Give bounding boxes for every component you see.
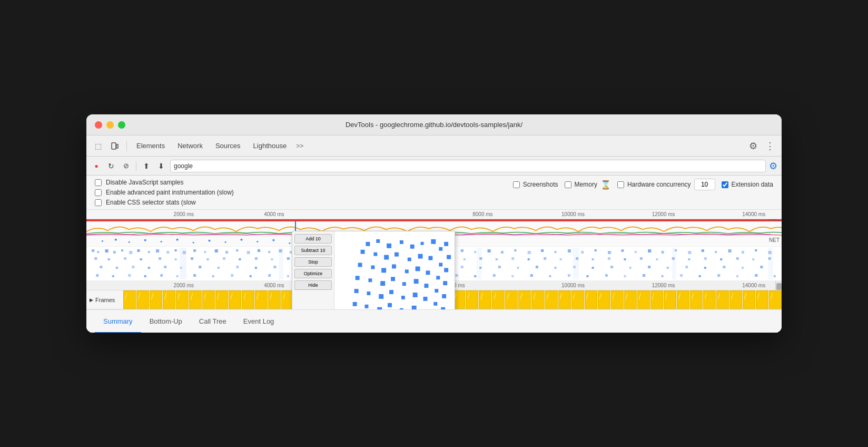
svg-rect-245 (287, 275, 289, 277)
svg-rect-142 (621, 249, 624, 252)
svg-rect-44 (413, 293, 418, 297)
tab-summary[interactable]: Summary (95, 310, 141, 333)
svg-rect-177 (463, 258, 466, 260)
device-icon[interactable] (107, 139, 122, 153)
tab-bottom-up[interactable]: Bottom-Up (141, 310, 191, 333)
svg-rect-204 (218, 267, 220, 269)
ext-data-area: Extension data (722, 181, 773, 188)
svg-rect-229 (685, 266, 688, 268)
svg-rect-138 (568, 249, 571, 252)
memory-area: Memory ⌛ (565, 180, 611, 190)
svg-rect-17 (418, 254, 423, 259)
svg-rect-191 (688, 258, 690, 260)
hw-concurrency-checkbox[interactable] (617, 181, 624, 188)
svg-rect-276 (573, 248, 579, 279)
refresh-record-button[interactable]: ↻ (105, 160, 117, 172)
svg-rect-235 (112, 275, 114, 277)
memory-label: Memory (575, 181, 597, 188)
svg-rect-225 (610, 266, 613, 268)
enable-css-checkbox[interactable] (95, 199, 102, 206)
popup-hide-btn[interactable]: Hide (294, 280, 332, 290)
download-button[interactable]: ⬇ (155, 160, 167, 172)
svg-rect-222 (554, 267, 556, 269)
devtools-body: ⬚ Elements Network Sources Sources Light… (86, 135, 782, 333)
disable-js-label: Disable JavaScript samples (106, 179, 183, 186)
tab-network[interactable]: Network (172, 140, 208, 152)
settings-gear-icon[interactable]: ⚙ (769, 160, 777, 172)
svg-rect-200 (148, 267, 150, 269)
svg-rect-10 (439, 247, 442, 251)
svg-rect-108 (215, 249, 218, 252)
svg-rect-4 (376, 239, 380, 243)
svg-rect-99 (129, 251, 132, 254)
enable-paint-label: Enable advanced paint instrumentation (s… (106, 189, 234, 196)
minimize-button[interactable] (106, 121, 114, 129)
scroll-bar[interactable] (775, 281, 782, 290)
svg-rect-262 (605, 274, 608, 277)
frame-block (531, 290, 544, 309)
svg-rect-3 (366, 242, 370, 246)
frame-block (571, 290, 584, 309)
tab-lighthouse[interactable]: Lighthouse (248, 140, 292, 152)
screenshots-checkbox[interactable] (513, 181, 520, 188)
enable-paint-checkbox[interactable] (95, 189, 102, 196)
svg-rect-152 (755, 249, 757, 251)
svg-rect-137 (554, 251, 556, 253)
svg-rect-181 (528, 258, 530, 260)
frame-block (215, 290, 228, 309)
memory-checkbox[interactable] (565, 181, 571, 188)
svg-rect-18 (428, 256, 432, 260)
scroll-thumb[interactable] (776, 283, 782, 290)
svg-rect-243 (250, 275, 252, 277)
ext-data-checkbox[interactable] (722, 181, 728, 188)
frame-block (769, 290, 782, 309)
popup-optimize-btn[interactable]: Optimize (294, 269, 332, 278)
svg-rect-5 (387, 244, 391, 248)
svg-rect-46 (433, 302, 437, 306)
svg-rect-163 (239, 258, 241, 260)
gear-icon[interactable]: ⚙ (746, 139, 761, 153)
svg-point-86 (209, 240, 211, 242)
ext-data-label: Extension data (732, 181, 773, 188)
close-button[interactable] (95, 121, 102, 129)
tab-sources-visible[interactable]: Sources (210, 140, 246, 152)
popup-subtract-btn[interactable]: Subtract 10 (294, 246, 332, 255)
svg-rect-203 (199, 266, 201, 268)
tick2-4000ms: 4000 ms (264, 283, 284, 288)
svg-rect-109 (225, 251, 228, 254)
svg-rect-244 (268, 274, 271, 277)
tab-event-log[interactable]: Event Log (235, 310, 283, 333)
url-input[interactable] (170, 160, 766, 172)
popup-add-btn[interactable]: Add 10 (294, 234, 332, 244)
disable-js-checkbox[interactable] (95, 179, 102, 186)
svg-rect-220 (517, 267, 519, 269)
svg-rect-148 (702, 249, 704, 252)
more-icon[interactable]: ⋮ (763, 139, 777, 153)
svg-rect-228 (667, 267, 669, 269)
frames-collapse-icon[interactable]: ▶ (90, 297, 93, 303)
more-tabs-chevron[interactable]: >> (294, 140, 305, 152)
upload-button[interactable]: ⬆ (141, 160, 152, 172)
frame-block (242, 290, 254, 309)
frame-block (677, 290, 689, 309)
cursor-icon[interactable]: ⬚ (91, 139, 105, 153)
popup-stop-btn[interactable]: Stop (294, 257, 332, 267)
tab-call-tree[interactable]: Call Tree (191, 310, 235, 333)
timeline-ruler-top: 2000 ms 4000 ms 8000 ms 10000 ms 12000 m… (86, 210, 782, 219)
svg-rect-255 (474, 275, 476, 277)
svg-rect-266 (680, 274, 683, 277)
svg-rect-48 (353, 302, 357, 306)
svg-rect-233 (760, 266, 763, 268)
svg-rect-30 (356, 276, 360, 280)
clear-button[interactable]: ⊘ (120, 160, 132, 172)
svg-point-89 (257, 241, 258, 242)
option-enable-css: Enable CSS selector stats (slow (95, 199, 263, 206)
hw-concurrency-input[interactable] (694, 179, 715, 190)
record-button[interactable]: ● (91, 160, 102, 172)
tab-elements[interactable]: Elements (131, 140, 170, 152)
svg-rect-180 (511, 257, 514, 260)
svg-rect-239 (176, 275, 179, 277)
svg-rect-182 (544, 257, 546, 260)
svg-rect-103 (166, 251, 169, 254)
maximize-button[interactable] (118, 121, 125, 129)
